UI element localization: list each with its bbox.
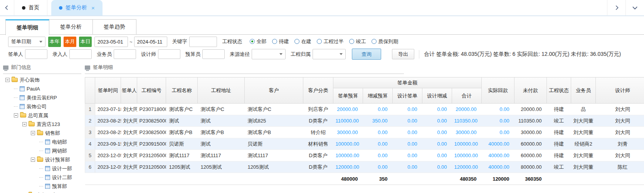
column-header-合计[interactable]: 合计 (452, 88, 482, 104)
column-header-index[interactable] (85, 77, 95, 104)
table-row[interactable]: 12023-07-18刘大同P2307180002测试客户C测试客户C测试客户C… (85, 104, 644, 115)
tab-home[interactable]: 首页 (14, 0, 47, 15)
table-row[interactable]: 62023-12-05刘大同P23120500051205测试1205测试120… (85, 161, 644, 173)
cell[interactable]: 350.00 (363, 115, 393, 127)
column-group-header[interactable]: 签单金额 (333, 77, 482, 88)
cell[interactable]: 40000.00 (482, 138, 515, 150)
column-header-签单时间[interactable]: 签单时间 (95, 77, 121, 104)
tab-sign-analysis[interactable]: 签单分析 × (51, 0, 103, 15)
status-radio-竣工[interactable]: 竣工 (349, 38, 366, 45)
cell[interactable]: 0.00 (393, 104, 422, 115)
column-header-增减预算[interactable]: 增减预算 (363, 88, 393, 104)
export-button[interactable]: 导出 (392, 49, 414, 59)
tab-sign-trend[interactable]: 签单趋势 (92, 19, 136, 34)
cell[interactable]: 0.00 (393, 127, 422, 138)
cell[interactable]: 110000.00 (333, 115, 363, 127)
tree-node-销售部[interactable]: 销售部 (3, 129, 85, 138)
cell[interactable]: 0.00 (393, 115, 422, 127)
column-header-业务员[interactable]: 业务员 (571, 77, 596, 104)
tree-node-直营店123[interactable]: 直营店123 (3, 120, 85, 129)
column-header-设计师[interactable]: 设计师 (596, 77, 644, 104)
column-header-未付款[interactable]: 未付款 (515, 77, 547, 104)
column-header-工程名称[interactable]: 工程名称 (166, 77, 198, 104)
cell[interactable]: 0.00 (363, 127, 393, 138)
column-header-客户分类[interactable]: 客户分类 (303, 77, 333, 104)
input-签单人[interactable] (25, 49, 47, 59)
cell[interactable]: 0.00 (422, 104, 452, 115)
collapse-icon[interactable] (22, 122, 27, 126)
date-to-input[interactable] (134, 37, 167, 47)
cell[interactable]: 0.00 (393, 161, 422, 173)
close-tab-icon[interactable]: × (91, 5, 95, 11)
keyword-input[interactable] (189, 37, 217, 47)
this-year-button[interactable]: 本年 (48, 37, 61, 47)
tree-node-装饰公司[interactable]: 装饰公司 (3, 102, 85, 111)
cell[interactable]: 20000.00 (452, 104, 482, 115)
collapse-icon[interactable] (14, 113, 18, 117)
cell[interactable]: 0.00 (482, 104, 515, 115)
tree-node-开心装饰[interactable]: 开心装饰 (3, 76, 85, 84)
column-header-设计增减[interactable]: 设计增减 (422, 88, 452, 104)
table-row[interactable]: 22023-08-25刘大同P2308250003测试测试测试825D类客户11… (85, 115, 644, 127)
cell[interactable]: 0.00 (363, 150, 393, 161)
cell[interactable]: 0.00 (422, 161, 452, 173)
collapse-icon[interactable] (31, 158, 35, 162)
query-button[interactable]: 查询 (352, 49, 381, 60)
cell[interactable]: 30000.00 (333, 127, 363, 138)
nav-back-button[interactable] (0, 0, 14, 15)
status-radio-质保到期[interactable]: 质保到期 (372, 38, 399, 45)
cell[interactable]: 100000.00 (452, 138, 482, 150)
tree-node-设计预算部[interactable]: 设计预算部 (3, 155, 85, 164)
column-header-签单人[interactable]: 签单人 (121, 77, 137, 104)
column-header-实际回款[interactable]: 实际回款 (482, 77, 515, 104)
table-row[interactable]: 42023-09-15刘大同P2309150002贝诺斯测试贝诺斯材料销售100… (85, 138, 644, 150)
cell[interactable]: 0.00 (422, 115, 452, 127)
cell[interactable]: 0.00 (482, 115, 515, 127)
nav-forward-button[interactable] (607, 0, 626, 15)
cell[interactable]: 0.00 (422, 150, 452, 161)
cell[interactable]: 0.00 (422, 127, 452, 138)
ownership-select[interactable] (313, 49, 346, 59)
cell[interactable]: 100000.00 (333, 138, 363, 150)
status-radio-全部[interactable]: 全部 (250, 38, 267, 45)
cell[interactable]: 30000.00 (452, 127, 482, 138)
source-select[interactable] (252, 49, 286, 59)
column-header-设计签单[interactable]: 设计签单 (393, 88, 422, 104)
cell[interactable]: 110350.00 (452, 115, 482, 127)
tree-node-高新区店888[interactable]: 高新区店888 (3, 191, 85, 193)
cell[interactable]: 100000.00 (452, 150, 482, 161)
collapse-icon[interactable] (31, 131, 35, 135)
cell[interactable]: 0.00 (363, 104, 393, 115)
tab-list-dropdown-button[interactable] (626, 0, 644, 15)
collapse-icon[interactable] (5, 78, 10, 82)
tree-node-网销部[interactable]: 网销部 (3, 146, 85, 155)
tree-node-美佳云装ERP[interactable]: 美佳云装ERP (3, 93, 85, 102)
table-row[interactable]: 32023-08-25刘大同P2308250005测试客户B测试客户B测试客户B… (85, 127, 644, 138)
tab-sign-detail[interactable]: 签单明细 (5, 19, 49, 35)
status-radio-待建[interactable]: 待建 (272, 38, 289, 45)
cell[interactable]: 0.00 (363, 138, 393, 150)
tree-node-总司直属[interactable]: 总司直属 (3, 111, 85, 120)
tree-node-预算部[interactable]: 预算部 (3, 182, 85, 191)
tree-node-电销部[interactable]: 电销部 (3, 138, 85, 146)
tree-node-设计二部[interactable]: 设计二部 (3, 173, 85, 182)
input-录入人[interactable] (69, 49, 92, 59)
input-业务员[interactable] (114, 49, 136, 59)
column-header-工程地址[interactable]: 工程地址 (198, 77, 245, 104)
date-from-input[interactable] (94, 37, 128, 47)
tree-node-设计一部[interactable]: 设计一部 (3, 164, 85, 173)
today-button[interactable]: 本日 (79, 37, 92, 47)
input-预算员[interactable] (202, 49, 225, 59)
tree-node-PaulA[interactable]: PaulA (3, 84, 85, 93)
cell[interactable]: 0.00 (393, 150, 422, 161)
cell[interactable]: 0.00 (482, 127, 515, 138)
cell[interactable]: 100000.00 (333, 150, 363, 161)
cell[interactable]: 0.00 (363, 161, 393, 173)
column-header-签单预算[interactable]: 签单预算 (333, 88, 363, 104)
input-设计师[interactable] (158, 49, 180, 59)
table-row[interactable]: 52023-12-05刘大同P2312050002测试1117测试1117测试1… (85, 150, 644, 161)
status-radio-工程过半[interactable]: 工程过半 (317, 38, 344, 45)
cell[interactable]: 120000.00 (452, 161, 482, 173)
cell[interactable]: 40000.00 (482, 150, 515, 161)
tab-sign-analysis-sub[interactable]: 签单分析 (49, 19, 93, 34)
